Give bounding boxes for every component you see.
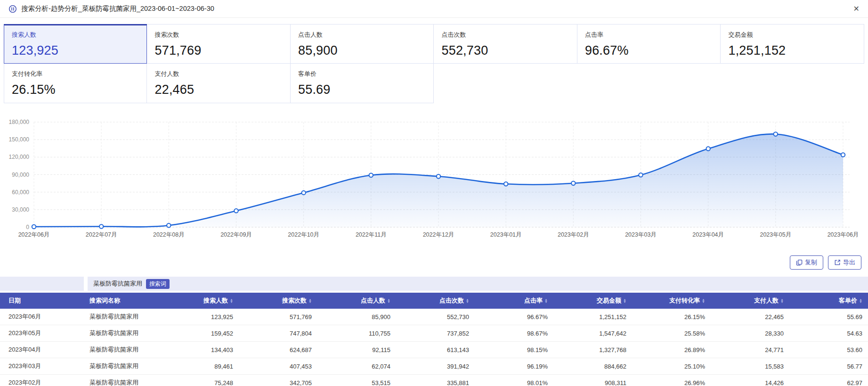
keyword-type-badge: 搜索词	[146, 279, 170, 289]
column-header-label: 搜索词名称	[89, 296, 120, 305]
table-cell: 159,452	[160, 330, 239, 337]
column-header-label: 交易金额	[597, 296, 621, 305]
table-cell: 884,662	[553, 363, 632, 370]
chart-point	[639, 173, 642, 177]
table-cell: 98.01%	[475, 379, 553, 386]
sort-caret-icon: ▲▼	[387, 298, 390, 304]
table-cell: 菜板防霉抗菌家用	[84, 312, 160, 321]
y-axis-label: 30,000	[12, 206, 29, 213]
chart-point	[369, 173, 373, 177]
table-cell: 1,327,768	[553, 346, 632, 353]
table-cell: 15,583	[711, 363, 789, 370]
table-row-5: 2023年02月菜板防霉抗菌家用75,248342,70553,515335,8…	[0, 375, 868, 386]
table-cell: 737,852	[396, 330, 475, 337]
table-row-3: 2023年04月菜板防霉抗菌家用134,403624,68792,115613,…	[0, 342, 868, 358]
metric-card-4[interactable]: 点击次数552,730	[434, 24, 577, 64]
table-cell: 85,900	[317, 313, 396, 320]
metric-card-7[interactable]: 支付转化率26.15%	[4, 64, 147, 103]
metric-card-2[interactable]: 搜索次数571,769	[147, 24, 290, 64]
metric-card-8[interactable]: 支付人数22,465	[147, 64, 290, 103]
table-cell: 22,465	[711, 313, 789, 320]
table-cell: 552,730	[396, 313, 475, 320]
keyword-row-main: 菜板防霉抗菌家用 搜索词	[88, 277, 868, 291]
metric-card-5[interactable]: 点击率96.67%	[577, 24, 721, 64]
table-cell: 613,143	[396, 346, 475, 353]
column-header-7[interactable]: 点击率▲▼	[475, 293, 553, 309]
table-cell: 96.19%	[475, 363, 553, 370]
metric-card-6[interactable]: 交易金额1,251,152	[721, 24, 864, 64]
chart-point	[841, 153, 845, 156]
x-axis-label: 2022年10月	[288, 231, 319, 238]
column-header-5[interactable]: 点击人数▲▼	[317, 293, 396, 309]
column-header-6[interactable]: 点击次数▲▼	[396, 293, 475, 309]
y-axis-label: 180,000	[9, 119, 30, 125]
table-cell: 2023年06月	[0, 312, 84, 321]
table-cell: 123,925	[160, 313, 239, 320]
copy-button-label: 复制	[805, 258, 817, 267]
column-header-label: 点击次数	[439, 296, 464, 305]
metric-card-value: 22,465	[154, 82, 282, 97]
table-cell: 75,248	[160, 379, 239, 386]
metric-card-1[interactable]: 搜索人数123,925	[4, 24, 147, 64]
column-header-11[interactable]: 客单价▲▼	[789, 293, 868, 309]
table-cell: 908,311	[553, 379, 632, 386]
table-cell: 53,515	[317, 379, 396, 386]
table-cell: 1,251,152	[553, 313, 632, 320]
export-button[interactable]: 导出	[828, 255, 861, 270]
metric-card-3[interactable]: 点击人数85,900	[291, 24, 434, 64]
x-axis-label: 2023年02月	[558, 231, 589, 238]
metric-card-label: 客单价	[298, 70, 426, 78]
copy-button[interactable]: 复制	[790, 255, 823, 270]
table-cell: 26.96%	[632, 379, 711, 386]
table-row-1: 2023年06月菜板防霉抗菌家用123,925571,76985,900552,…	[0, 309, 868, 325]
metric-cards: 搜索人数123,925搜索次数571,769点击人数85,900点击次数552,…	[4, 24, 864, 103]
table-cell: 2023年03月	[0, 362, 84, 370]
keyword-row: 菜板防霉抗菌家用 搜索词	[0, 277, 868, 291]
metric-card-value: 85,900	[298, 43, 426, 58]
table-cell: 菜板防霉抗菌家用	[84, 329, 160, 337]
column-header-label: 搜索人数	[203, 296, 228, 305]
table-cell: 110,755	[317, 330, 396, 337]
table-cell: 2023年04月	[0, 345, 84, 354]
metric-card-value: 123,925	[12, 43, 139, 58]
column-header-8[interactable]: 交易金额▲▼	[553, 293, 632, 309]
table-cell: 24,771	[711, 346, 789, 353]
data-table: 日期搜索词名称搜索人数▲▼搜索次数▲▼点击人数▲▼点击次数▲▼点击率▲▼交易金额…	[0, 293, 868, 386]
column-header-3[interactable]: 搜索人数▲▼	[160, 293, 239, 309]
column-header-10[interactable]: 支付人数▲▼	[711, 293, 789, 309]
metric-card-label: 搜索人数	[12, 31, 139, 39]
keyword-row-divider	[84, 277, 88, 291]
table-cell: 菜板防霉抗菌家用	[84, 362, 160, 370]
column-header-9[interactable]: 支付转化率▲▼	[632, 293, 711, 309]
table-cell: 624,687	[239, 346, 317, 353]
x-axis-label: 2023年05月	[760, 231, 791, 238]
x-axis-label: 2023年06月	[827, 231, 859, 238]
column-header-4[interactable]: 搜索次数▲▼	[239, 293, 317, 309]
table-cell: 89,461	[160, 363, 239, 370]
x-axis-label: 2022年07月	[86, 231, 117, 238]
metric-card-label: 点击人数	[298, 31, 426, 39]
close-icon[interactable]: ✕	[853, 5, 860, 13]
y-axis-label: 90,000	[12, 172, 29, 178]
title-bar: 搜索分析-趋势分析_菜板防霉抗菌家用_2023-06-01~2023-06-30…	[0, 0, 868, 18]
x-axis-label: 2023年01月	[490, 231, 522, 238]
metric-card-label: 点击率	[585, 31, 713, 39]
chart-point	[571, 181, 575, 185]
chart-point	[234, 209, 238, 213]
export-icon	[834, 259, 841, 266]
x-axis-label: 2022年08月	[153, 231, 185, 238]
metric-card-label: 交易金额	[728, 31, 856, 39]
column-header-label: 点击人数	[361, 296, 385, 305]
metric-card-9[interactable]: 客单价55.69	[291, 64, 434, 103]
column-header-label: 点击率	[524, 296, 543, 305]
sort-caret-icon: ▲▼	[702, 298, 705, 304]
table-cell: 28,330	[711, 330, 789, 337]
table-cell: 92,115	[317, 346, 396, 353]
table-cell: 25.58%	[632, 330, 711, 337]
table-cell: 62,074	[317, 363, 396, 370]
metric-card-value: 571,769	[154, 43, 282, 58]
column-header-label: 支付人数	[754, 296, 779, 305]
table-cell: 菜板防霉抗菌家用	[84, 378, 160, 386]
x-axis-label: 2022年09月	[220, 231, 252, 238]
chart-point	[706, 147, 710, 150]
